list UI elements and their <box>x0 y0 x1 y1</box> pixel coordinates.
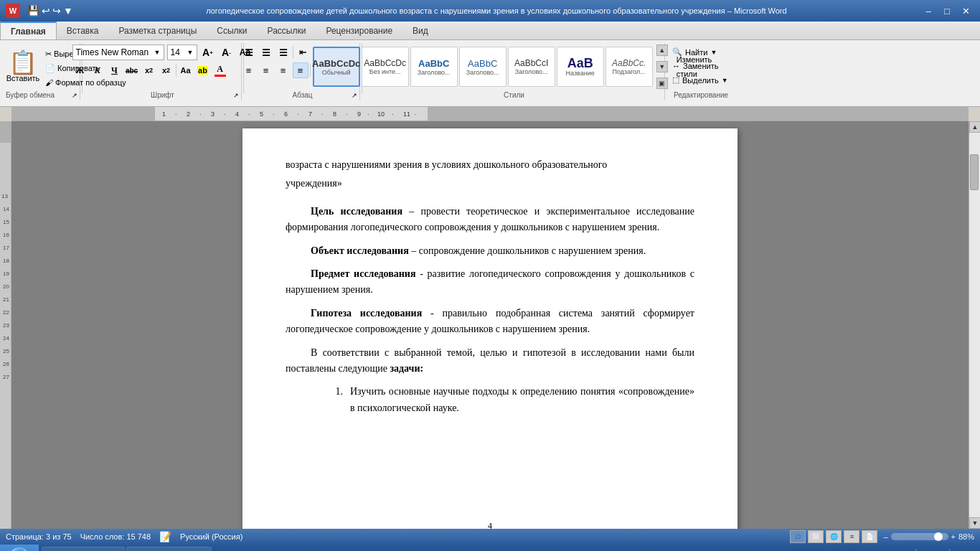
draft-button[interactable]: 📄 <box>862 530 877 543</box>
scroll-track[interactable] <box>969 133 980 517</box>
font-group: Times New Roman ▼ 14 ▼ A+ A- Aa Ж К Ч ab… <box>84 43 242 100</box>
ruler-right-margin <box>428 107 969 121</box>
maximize-button[interactable]: □ <box>938 4 956 18</box>
style-heading1[interactable]: AaBbC Заголово... <box>410 47 458 87</box>
word-count: Число слов: 15 748 <box>80 532 151 541</box>
style-no-spacing[interactable]: AaBbCcDc Без инте... <box>362 47 409 87</box>
superscript-button[interactable]: x2 <box>159 62 174 78</box>
replace-button[interactable]: ↔Заменить <box>669 60 733 72</box>
decrease-indent-button[interactable]: ⇤ <box>295 44 311 60</box>
title-bar-title: логопедическое сопровождение детей дошко… <box>73 6 920 15</box>
highlight-button[interactable]: ab <box>195 62 211 78</box>
zoom-thumb[interactable] <box>934 532 943 541</box>
start-button[interactable] <box>0 545 39 551</box>
select-button[interactable]: ⬚Выделить▼ <box>669 74 733 86</box>
scroll-thumb[interactable] <box>970 154 979 190</box>
para-subject-bold: Предмет исследования <box>311 268 416 279</box>
document-scroll[interactable]: возраста с нарушениями зрения в условиях… <box>11 121 969 529</box>
undo-qa-icon[interactable]: ↩ <box>42 5 50 17</box>
bullets-button[interactable]: ☰ <box>241 44 257 60</box>
zoom-out-button[interactable]: – <box>883 532 887 541</box>
styles-group: AaBbCcDc Обычный AaBbCcDc Без инте... Aa… <box>364 43 665 100</box>
tab-insert[interactable]: Вставка <box>57 22 109 39</box>
item1-text: Изучить основные научные подходы к опред… <box>350 384 694 416</box>
bold-button[interactable]: Ж <box>72 62 88 78</box>
continuation-text: возраста с нарушениями зрения в условиях… <box>286 157 694 173</box>
style-subtitle[interactable]: AaBbCc. Подзагол... <box>606 47 653 87</box>
zoom-in-button[interactable]: + <box>951 532 956 541</box>
sep-font <box>176 64 176 77</box>
print-layout-button[interactable]: □ <box>790 530 806 543</box>
style-heading3[interactable]: AaBbCcI Заголово... <box>508 47 555 87</box>
style-heading2[interactable]: AaBbC Заголово... <box>459 47 507 87</box>
font-name-dropdown[interactable]: Times New Roman ▼ <box>72 44 164 60</box>
status-bar: Страница: 3 из 75 Число слов: 15 748 📝 Р… <box>0 529 980 545</box>
minimize-button[interactable]: – <box>920 4 937 18</box>
italic-button[interactable]: К <box>90 62 105 78</box>
styles-group-label: Стили <box>504 91 524 99</box>
language-label[interactable]: Русский (Россия) <box>180 532 242 541</box>
scroll-up-button[interactable]: ▲ <box>969 121 980 133</box>
start-icon <box>9 547 29 551</box>
status-right: □ ⬜ 🌐 ≡ 📄 – + 88% <box>790 530 974 543</box>
multilevel-button[interactable]: ☰ <box>275 44 291 60</box>
tab-references[interactable]: Ссылки <box>207 22 257 39</box>
qa-dropdown-icon[interactable]: ▼ <box>63 5 73 17</box>
numbering-button[interactable]: ☰ <box>258 44 274 60</box>
editing-group: 🔍Найти▼ ↔Заменить ⬚Выделить▼ Редактирова… <box>665 43 737 100</box>
ribbon-tabs: Главная Вставка Разметка страницы Ссылки… <box>0 22 980 40</box>
numbered-item-1: 1. Изучить основные научные подходы к оп… <box>286 384 694 416</box>
word-app-icon: W <box>6 4 20 18</box>
font-color-button[interactable]: A <box>212 62 228 78</box>
save-qa-icon[interactable]: 💾 <box>27 5 39 17</box>
editing-group-label: Редактирование <box>674 91 728 99</box>
horizontal-ruler: 1 · 2 · 3 · 4 · 5 · 6 · 7 · 8 · 9 · 10 ·… <box>11 107 969 121</box>
font-shrink-button[interactable]: A- <box>219 44 235 60</box>
outline-button[interactable]: ≡ <box>844 530 859 543</box>
align-left-button[interactable]: ≡ <box>241 62 257 78</box>
subscript-button[interactable]: x2 <box>141 62 157 78</box>
tab-home[interactable]: Главная <box>0 22 57 39</box>
find-button[interactable]: 🔍Найти▼ <box>669 46 733 58</box>
zoom-slider[interactable] <box>891 533 948 540</box>
align-center-button[interactable]: ≡ <box>258 62 274 78</box>
justify-button[interactable]: ≡ <box>293 62 308 78</box>
para-goal: Цель исследования – провести теоретическ… <box>286 204 694 236</box>
vertical-scrollbar: ▲ ▼ <box>969 121 980 529</box>
fullscreen-reading-button[interactable]: ⬜ <box>808 530 824 543</box>
strikethrough-button[interactable]: abc <box>124 62 140 78</box>
title-bar-controls: – □ ✕ <box>920 4 974 18</box>
view-buttons: □ ⬜ 🌐 ≡ 📄 <box>790 530 877 543</box>
taskbar-item-chrome[interactable]: Google Chrome <box>126 547 212 551</box>
vertical-ruler: 13 14 15 16 17 18 19 20 21 22 23 24 25 2… <box>0 121 11 529</box>
tab-review[interactable]: Рецензирование <box>316 22 402 39</box>
change-case-button[interactable]: Aa <box>178 62 194 78</box>
scroll-down-button[interactable]: ▼ <box>969 517 980 529</box>
align-right-button[interactable]: ≡ <box>275 62 291 78</box>
font-dialog-launcher[interactable]: ↗ <box>233 92 239 99</box>
para-hypothesis: Гипотеза исследования - правильно подобр… <box>286 306 694 338</box>
web-layout-button[interactable]: 🌐 <box>826 530 842 543</box>
style-title[interactable]: AaB Название <box>557 47 604 87</box>
document-page: возраста с нарушениями зрения в условиях… <box>242 128 738 529</box>
font-size-dropdown[interactable]: 14 ▼ <box>167 44 197 60</box>
spell-check-icon[interactable]: 📝 <box>159 531 171 542</box>
clipboard-label: Буфер обмена <box>6 91 55 99</box>
para-hypothesis-bold: Гипотеза исследования <box>311 308 422 319</box>
quick-access-toolbar: 💾 ↩ ↪ ▼ <box>27 5 73 17</box>
style-normal[interactable]: AaBbCcDc Обычный <box>313 47 360 87</box>
taskbar-items: W Microsoft Word Google Chrome <box>39 547 847 551</box>
ribbon-content: 📋 Вставить ✂ Вырезать 📄 Копировать 🖌 Фор… <box>0 40 980 106</box>
font-grow-button[interactable]: A+ <box>200 44 216 60</box>
tab-view[interactable]: Вид <box>402 22 438 39</box>
taskbar-item-word[interactable]: W Microsoft Word <box>42 547 125 551</box>
tab-mailings[interactable]: Рассылки <box>258 22 316 39</box>
ruler-top-margin <box>0 121 11 143</box>
taskbar: W Microsoft Word Google Chrome 📶 🔊 🛡 ▲ R… <box>0 545 980 551</box>
tab-page-layout[interactable]: Разметка страницы <box>108 22 207 39</box>
underline-button[interactable]: Ч <box>107 62 123 78</box>
redo-qa-icon[interactable]: ↪ <box>52 5 61 17</box>
close-button[interactable]: ✕ <box>957 4 974 18</box>
paste-button[interactable]: 📋 Вставить <box>6 44 40 89</box>
zoom-percent[interactable]: 88% <box>958 532 974 541</box>
